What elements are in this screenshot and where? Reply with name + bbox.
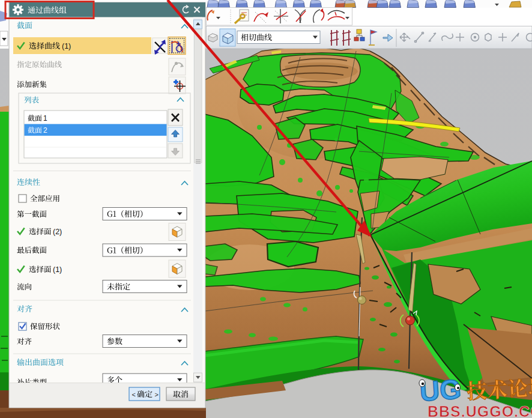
svg-text:(1): (1): [62, 42, 71, 50]
svg-text:UG: UG: [419, 373, 462, 407]
svg-text:>: >: [155, 391, 159, 398]
svg-text:BBS.UGGO.COM: BBS.UGGO.COM: [428, 403, 532, 418]
svg-text:<: <: [132, 391, 136, 398]
svg-text:1: 1: [43, 114, 47, 123]
svg-text:(1): (1): [53, 265, 62, 274]
svg-text:2: 2: [43, 126, 47, 135]
svg-text:(2): (2): [53, 228, 62, 236]
